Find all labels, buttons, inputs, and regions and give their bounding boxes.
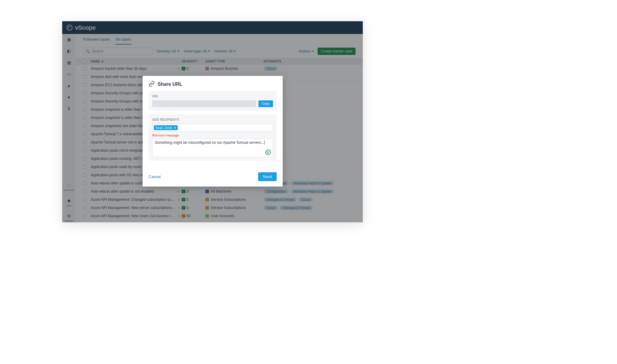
recipients-input[interactable]: Sean Jentz × bbox=[152, 124, 273, 132]
url-field[interactable] bbox=[152, 100, 256, 107]
message-text: Something might be misconfigured on our … bbox=[155, 140, 264, 145]
send-button[interactable]: Send bbox=[258, 172, 276, 181]
share-url-modal: Share URL URL Copy ADD RECIPIENTS Sean J… bbox=[143, 76, 283, 187]
modal-title: Share URL bbox=[158, 82, 183, 87]
url-label: URL bbox=[152, 95, 273, 98]
grammarly-icon: G bbox=[265, 150, 271, 155]
link-icon bbox=[149, 81, 155, 88]
copy-button[interactable]: Copy bbox=[258, 100, 273, 107]
app-frame: vScope ▣ ◧ ▦ ▭ ▲ ● $ ◌ Discovery ◆ Tags … bbox=[62, 21, 363, 222]
recipient-chip[interactable]: Sean Jentz × bbox=[154, 125, 178, 130]
remove-recipient-icon[interactable]: × bbox=[174, 126, 176, 130]
message-textarea[interactable]: Something might be misconfigured on our … bbox=[152, 138, 273, 157]
recipients-section: ADD RECIPIENTS Sean Jentz × Remove messa… bbox=[149, 114, 277, 161]
url-section: URL Copy bbox=[149, 91, 277, 111]
remove-message-link[interactable]: Remove message bbox=[152, 133, 273, 137]
add-recipients-label: ADD RECIPIENTS bbox=[152, 118, 273, 121]
cancel-button[interactable]: Cancel bbox=[149, 174, 161, 179]
recipient-name: Sean Jentz bbox=[156, 126, 172, 130]
